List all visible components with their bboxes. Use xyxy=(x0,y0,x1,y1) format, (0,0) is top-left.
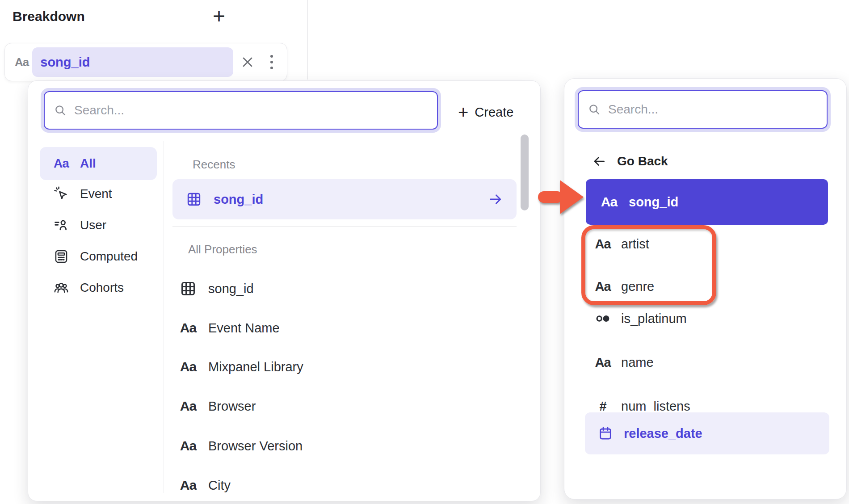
text-type-icon: Aa xyxy=(179,320,197,336)
field-row-name[interactable]: Aa name xyxy=(586,344,828,380)
text-type-icon: Aa xyxy=(595,279,611,294)
search-box[interactable] xyxy=(578,90,828,129)
property-detail-popover: Go Back Aa song_id Aa artist Aa genre is… xyxy=(564,78,847,500)
category-cohorts[interactable]: Cohorts xyxy=(40,272,157,303)
column-divider xyxy=(307,0,308,80)
field-row-genre[interactable]: Aa genre xyxy=(586,269,828,304)
go-back-button[interactable]: Go Back xyxy=(592,150,668,172)
kebab-menu-icon[interactable] xyxy=(267,51,276,73)
chip-value: song_id xyxy=(40,55,90,70)
search-icon xyxy=(588,103,601,116)
property-select-popover: + Create Aa All Event User Computed xyxy=(28,80,541,501)
property-row-browser[interactable]: Aa Browser xyxy=(172,386,517,426)
user-list-icon xyxy=(53,218,69,233)
property-row-browser-version[interactable]: Aa Browser Version xyxy=(172,426,517,466)
calendar-icon xyxy=(597,426,614,441)
category-user[interactable]: User xyxy=(40,210,157,241)
all-properties-heading: All Properties xyxy=(188,243,257,256)
scrollbar-thumb[interactable] xyxy=(521,134,529,210)
category-computed[interactable]: Computed xyxy=(40,241,157,272)
recents-heading: Recents xyxy=(193,158,235,172)
event-cursor-icon xyxy=(53,186,69,202)
field-row-release-date[interactable]: release_date xyxy=(585,412,829,454)
boolean-type-icon xyxy=(595,311,611,327)
property-row-city[interactable]: Aa City xyxy=(172,466,517,504)
category-divider xyxy=(164,141,164,493)
search-input[interactable] xyxy=(74,103,428,118)
text-type-icon: Aa xyxy=(179,399,197,414)
text-type-icon: Aa xyxy=(179,478,197,493)
field-row-artist[interactable]: Aa artist xyxy=(586,226,828,262)
search-box[interactable] xyxy=(44,91,438,130)
list-divider xyxy=(172,226,517,227)
table-grid-icon xyxy=(186,191,202,207)
add-breakdown-button[interactable]: + xyxy=(208,4,230,29)
text-type-icon: Aa xyxy=(53,156,69,171)
search-field-wrap xyxy=(575,87,831,132)
arrow-left-icon xyxy=(592,154,606,168)
cohorts-people-icon xyxy=(53,280,69,295)
arrow-right-icon xyxy=(488,192,503,207)
property-row-song-id[interactable]: song_id xyxy=(172,269,517,308)
text-type-icon: Aa xyxy=(15,55,29,69)
property-picker-screen: Breakdown + Aa song_id + Create Aa All xyxy=(0,0,849,504)
number-type-icon: # xyxy=(595,399,611,414)
chip-value-pill[interactable]: song_id xyxy=(32,47,233,77)
create-button[interactable]: + Create xyxy=(458,101,513,124)
recent-property-song-id[interactable]: song_id xyxy=(172,179,517,219)
field-row-song-id[interactable]: Aa song_id xyxy=(586,179,828,225)
search-icon xyxy=(54,104,67,117)
table-grid-icon xyxy=(179,280,197,297)
text-type-icon: Aa xyxy=(595,355,611,370)
text-type-icon: Aa xyxy=(601,194,617,210)
field-row-is-platinum[interactable]: is_platinum xyxy=(586,301,828,336)
property-row-mixpanel-library[interactable]: Aa Mixpanel Library xyxy=(172,347,517,386)
breakdown-section-title: Breakdown xyxy=(13,9,85,24)
calculator-icon xyxy=(53,249,69,264)
search-field-wrap xyxy=(41,88,441,133)
close-icon[interactable] xyxy=(240,55,255,69)
plus-icon: + xyxy=(458,103,468,121)
category-all[interactable]: Aa All xyxy=(40,147,157,180)
search-input[interactable] xyxy=(608,102,818,117)
property-row-event-name[interactable]: Aa Event Name xyxy=(172,308,517,348)
breakdown-property-chip[interactable]: Aa song_id xyxy=(4,43,287,81)
text-type-icon: Aa xyxy=(179,359,197,374)
text-type-icon: Aa xyxy=(179,438,197,454)
text-type-icon: Aa xyxy=(595,237,611,252)
category-event[interactable]: Event xyxy=(40,178,157,210)
